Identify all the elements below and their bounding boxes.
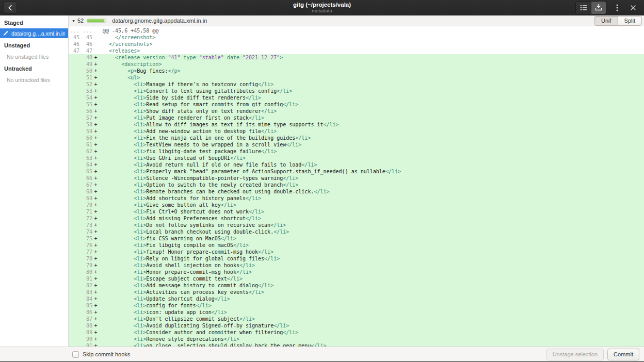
diff-line[interactable]: 71+ <li>Fix Ctrl+O shortcut does not wor… bbox=[69, 208, 644, 215]
diff-line[interactable]: 81+ <li>Escape subject commit text</li> bbox=[69, 275, 644, 282]
diff-line[interactable]: 64+ <li>Avoid return null if old or new … bbox=[69, 161, 644, 168]
diff-line[interactable]: 4747 <releases> bbox=[69, 47, 644, 54]
menu-button[interactable] bbox=[612, 2, 622, 14]
diff-line[interactable]: 54+ <li>Side by side diff text renderers… bbox=[69, 94, 644, 101]
unified-view-button[interactable]: Unif bbox=[594, 16, 618, 26]
back-button[interactable] bbox=[4, 2, 17, 14]
line-content: <li>Silence -Wincompatible-pointer-types… bbox=[99, 175, 644, 182]
diff-line[interactable]: 76+ <li>Fix libgitg compile on macOS</li… bbox=[69, 242, 644, 249]
diff-line[interactable]: 78+ <li>Rely on libgit for global config… bbox=[69, 255, 644, 262]
diff-line[interactable]: 66+ <li>Silence -Wincompatible-pointer-t… bbox=[69, 175, 644, 182]
diff-line[interactable]: 87+ <li>Don't ellipsize commit subject</… bbox=[69, 316, 644, 322]
diff-line[interactable]: 69+ <li>Add shortcuts for history panels… bbox=[69, 195, 644, 202]
diff-stat-bar bbox=[87, 19, 106, 23]
diff-sign: + bbox=[92, 182, 99, 188]
line-content: <description> bbox=[99, 61, 644, 68]
staged-file-item[interactable]: data/org.g…a.xml.in.in bbox=[0, 28, 68, 38]
diff-line[interactable]: 61+ <li>TextView needs to be wrapped in … bbox=[69, 141, 644, 148]
new-line-number: 51 bbox=[79, 74, 92, 81]
skip-hooks-option[interactable]: Skip commit hooks bbox=[72, 351, 130, 358]
diff-sign: + bbox=[92, 128, 99, 135]
diff-line[interactable]: 80+ <li>Honor prepare-commit-msg hook</l… bbox=[69, 269, 644, 275]
line-content: <li>icon: update app icon</li> bbox=[99, 309, 644, 316]
diff-line[interactable]: 77+ <li>fixup! Honor prepare-commit-msg … bbox=[69, 249, 644, 255]
new-line-number: 71 bbox=[79, 208, 92, 215]
commit-view-button[interactable] bbox=[591, 2, 606, 14]
diff-line[interactable]: 50+ <p>Bug fixes:</p> bbox=[69, 68, 644, 74]
diff-line[interactable]: 91+ <li>on close, selection should displ… bbox=[69, 342, 644, 347]
close-button[interactable] bbox=[628, 2, 638, 14]
line-content: <li>Allow to diff images as text if its … bbox=[99, 121, 644, 128]
diff-line[interactable]: 84+ <li>Update shortcut dialog</li> bbox=[69, 295, 644, 302]
diff-line[interactable]: 89+ <li>Consider author and committer wh… bbox=[69, 329, 644, 336]
old-line-number bbox=[69, 128, 79, 135]
diff-sign: + bbox=[92, 148, 99, 155]
diff-line[interactable]: 82+ <li>Add message history to commit di… bbox=[69, 282, 644, 289]
diff-line[interactable]: 90+ <li>Remove style deprecations</li> bbox=[69, 336, 644, 342]
diff-line[interactable]: 88+ <li>Avoid duplicating Signed-off-by … bbox=[69, 322, 644, 329]
diff-line[interactable]: 85+ <li>config for fonts</li> bbox=[69, 302, 644, 309]
commit-button[interactable]: Commit bbox=[607, 349, 639, 360]
diff-line[interactable]: 58+ <li>Allow to diff images as text if … bbox=[69, 121, 644, 128]
diff-line[interactable]: 83+ <li>Activities can process key event… bbox=[69, 289, 644, 295]
diff-line[interactable]: ......@@ -45,6 +45,58 @@ bbox=[69, 27, 644, 34]
diff-line[interactable]: 56+ <li>Show diff stats only on text ren… bbox=[69, 108, 644, 114]
new-line-number: 91 bbox=[79, 342, 92, 347]
diff-line[interactable]: 48+ <release version="41" type="stable" … bbox=[69, 54, 644, 61]
old-line-number bbox=[69, 135, 79, 141]
new-line-number: 82 bbox=[79, 282, 92, 289]
diff-line[interactable]: 59+ <li>Add new-window action to desktop… bbox=[69, 128, 644, 135]
skip-hooks-label: Skip commit hooks bbox=[83, 351, 130, 357]
diff-line[interactable]: 52+ <li>Manage if there's no textconv co… bbox=[69, 81, 644, 88]
diff-line[interactable]: 53+ <li>Convert to text using gitattribu… bbox=[69, 88, 644, 94]
diff-line[interactable]: 62+ <li>fix libgitg-date test package fa… bbox=[69, 148, 644, 155]
old-line-number bbox=[69, 68, 79, 74]
diff-line[interactable]: 86+ <li>icon: update app icon</li> bbox=[69, 309, 644, 316]
diff-line[interactable]: 73+ <li>Do not follow symlinks on recurs… bbox=[69, 222, 644, 228]
file-header-bar: ▼ 52 data/org.gnome.gitg.appdata.xml.in.… bbox=[69, 15, 644, 26]
diff-sign: + bbox=[92, 282, 99, 289]
diff-line[interactable]: 65+ <li>Properly mark "head" parameter o… bbox=[69, 168, 644, 175]
diff-line[interactable]: 51+ <ul> bbox=[69, 74, 644, 81]
diff-sign: + bbox=[92, 81, 99, 88]
old-line-number bbox=[69, 101, 79, 108]
history-view-button[interactable] bbox=[576, 2, 591, 14]
new-line-number: 78 bbox=[79, 255, 92, 262]
old-line-number bbox=[69, 289, 79, 295]
diff-line[interactable]: 70+ <li>Give some button alt key</li> bbox=[69, 202, 644, 208]
new-line-number: 72 bbox=[79, 215, 92, 222]
diff-line[interactable]: 67+ <li>Option to switch to the newly cr… bbox=[69, 182, 644, 188]
diff-line[interactable]: 55+ <li>Read setup for smart commits fro… bbox=[69, 101, 644, 108]
skip-hooks-checkbox[interactable] bbox=[72, 351, 79, 358]
diff-sign: + bbox=[92, 108, 99, 114]
diff-sign: + bbox=[92, 74, 99, 81]
diff-line[interactable]: 74+ <li>Local branch checkout using doub… bbox=[69, 228, 644, 235]
diff-sign: + bbox=[92, 195, 99, 202]
old-line-number bbox=[69, 208, 79, 215]
unstaged-section-title: Unstaged bbox=[0, 38, 68, 51]
diff-sign: + bbox=[92, 208, 99, 215]
line-content: <release version="41" type="stable" date… bbox=[99, 54, 644, 61]
line-content: <li>Show diff stats only on text rendere… bbox=[99, 108, 644, 114]
line-content: <li>Add missing Preferences shortcut</li… bbox=[99, 215, 644, 222]
diff-line[interactable]: 68+ <li>Remote branches can be checked o… bbox=[69, 188, 644, 195]
diff-line[interactable]: 72+ <li>Add missing Preferences shortcut… bbox=[69, 215, 644, 222]
vertical-dots-icon bbox=[616, 4, 618, 11]
diff-line[interactable]: 49+ <description> bbox=[69, 61, 644, 68]
old-line-number bbox=[69, 188, 79, 195]
diff-line[interactable]: 60+ <li>Fix the ninja call in one of the… bbox=[69, 135, 644, 141]
old-line-number bbox=[69, 329, 79, 336]
split-view-button[interactable]: Split bbox=[618, 16, 642, 26]
diff-line[interactable]: 4545 </screenshot> bbox=[69, 34, 644, 41]
new-line-number: 52 bbox=[79, 81, 92, 88]
diff-line[interactable]: 79+ <li>Avoid shell injection on hooks</… bbox=[69, 262, 644, 269]
diff-line[interactable]: 57+ <li>Put image renderer first on stac… bbox=[69, 114, 644, 121]
old-line-number bbox=[69, 249, 79, 255]
diff-line[interactable]: 4646 </screenshots> bbox=[69, 41, 644, 47]
diff-line[interactable]: 63+ <li>Use GUri instead of SoupURI</li> bbox=[69, 155, 644, 161]
unstage-selection-button[interactable]: Unstage selection bbox=[546, 349, 604, 360]
diff-view[interactable]: ......@@ -45,6 +45,58 @@4545 </screensho… bbox=[69, 26, 644, 347]
expander-triangle-icon[interactable]: ▼ bbox=[72, 19, 75, 23]
line-content: <li>Give some button alt key</li> bbox=[99, 202, 644, 208]
diff-line[interactable]: 75+ <li>fix CSS warning on MacOS</li> bbox=[69, 235, 644, 242]
